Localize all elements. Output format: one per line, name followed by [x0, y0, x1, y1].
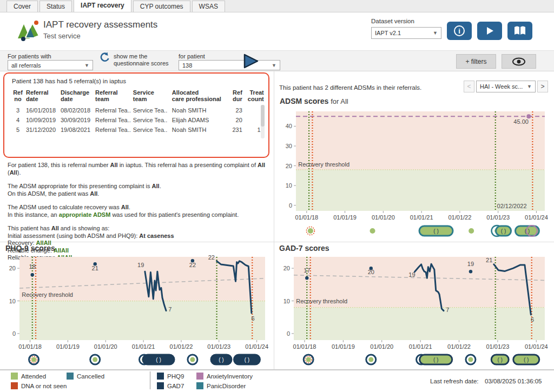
tab-wsas[interactable]: WSAS [192, 1, 225, 12]
eye-button[interactable] [502, 54, 536, 69]
svg-text:6: 6 [531, 316, 534, 323]
dataset-version-select[interactable]: IAPT v2.1 ▼ [371, 27, 441, 39]
referral-filter-select[interactable]: all referrals ▼ [8, 60, 93, 70]
table-cell: 1 [247, 115, 268, 125]
patient-select[interactable]: 138 ▼ [179, 60, 280, 70]
column-header[interactable]: Allocated care professional [171, 88, 229, 105]
svg-text:21: 21 [92, 265, 98, 271]
column-header[interactable]: Ref no [11, 88, 25, 105]
table-scrollbar-thumb[interactable] [261, 105, 265, 127]
adsm-prev-button[interactable]: < [464, 81, 474, 92]
svg-text:7: 7 [446, 307, 449, 313]
svg-text:20: 20 [368, 269, 374, 275]
tab-iapt-recovery[interactable]: IAPT recovery [74, 0, 131, 12]
legend-swatch [11, 382, 18, 389]
column-header[interactable]: Ref dur [229, 88, 247, 105]
svg-text:19: 19 [408, 271, 415, 278]
column-header[interactable]: Referral team [94, 88, 132, 105]
column-header[interactable]: Discharge date [60, 88, 94, 105]
svg-text:01/01/20: 01/01/20 [370, 343, 393, 350]
svg-text:22: 22 [208, 254, 215, 261]
header: IAPT recovery assessments Test service D… [0, 12, 554, 51]
svg-text:40: 40 [286, 123, 292, 129]
referral-filter-value: all referrals [11, 62, 41, 69]
iapt-dashboard: CoverStatusIAPT recoveryCYP outcomesWSAS… [0, 0, 554, 392]
table-cell: 12 [247, 125, 268, 135]
legend-label: Cancelled [77, 373, 104, 380]
svg-text:01/01/18: 01/01/18 [295, 214, 318, 221]
narrative-line: This patient has All and is showing as: [8, 225, 269, 232]
adsm-note: This patient has 2 different ADSMs in th… [279, 84, 421, 91]
column-header[interactable]: Treat count [247, 88, 268, 105]
column-header[interactable]: Referral date [25, 88, 60, 105]
svg-text:Recovery threshold: Recovery threshold [22, 291, 73, 298]
svg-text:0: 0 [287, 330, 290, 337]
adsm-select[interactable]: HAI - Week sc... ▼ [476, 81, 536, 92]
table-row[interactable]: 410/09/201930/09/2019Referral Tea..Servi… [11, 115, 268, 125]
info-button[interactable]: i [447, 22, 472, 40]
legend-swatch [196, 373, 203, 380]
legend-divider [150, 371, 150, 389]
svg-text:01/01/18: 01/01/18 [18, 343, 42, 350]
svg-text:10: 10 [286, 182, 292, 189]
legend-item-anxietyinventory: AnxietyInventory [196, 373, 253, 380]
legend-swatch [157, 373, 164, 380]
adsm-title-rest: for All [331, 97, 348, 105]
gad7-chart-title: GAD-7 scores [279, 244, 329, 253]
legend-label: AnxietyInventory [207, 373, 253, 380]
adsm-next-button[interactable]: > [537, 81, 548, 92]
reset-icon[interactable] [99, 52, 110, 63]
svg-text:01/01/19: 01/01/19 [332, 343, 355, 350]
column-divider [274, 71, 274, 369]
svg-text:( ): ( ) [219, 357, 223, 363]
narrative-line: The ADSM appropriate for this presenting… [8, 183, 269, 190]
narrative-line: Initial assessment (using both ADSM and … [8, 232, 269, 240]
chevron-down-icon: ▼ [84, 63, 89, 68]
svg-text:01/01/22: 01/01/22 [447, 343, 471, 350]
narrative-line: In this instance, an appropriate ADSM wa… [8, 211, 269, 219]
play-button[interactable] [477, 22, 502, 40]
svg-text:( ): ( ) [497, 357, 502, 363]
adsm-appointment-markers: ( )( )( ) [280, 222, 551, 240]
chevron-down-icon: ▼ [527, 84, 532, 89]
table-row[interactable]: 531/12/202019/08/2021Referral Tea..Servi… [11, 125, 268, 135]
legend-label: GAD7 [167, 383, 184, 389]
table-cell: Referral Tea.. [94, 115, 132, 125]
filters-button[interactable]: + filters [456, 54, 496, 69]
app-logo-icon [16, 19, 40, 42]
svg-text:10: 10 [9, 298, 16, 304]
svg-text:01/01/19: 01/01/19 [56, 343, 80, 350]
svg-text:01/01/18: 01/01/18 [293, 343, 316, 350]
svg-text:20: 20 [283, 265, 290, 271]
run-button[interactable] [242, 53, 260, 69]
svg-text:19: 19 [467, 261, 474, 267]
svg-text:21: 21 [486, 257, 492, 263]
svg-text:18: 18 [29, 263, 36, 270]
tab-status[interactable]: Status [39, 1, 72, 12]
svg-text:Recovery threshold: Recovery threshold [296, 298, 347, 304]
svg-text:22: 22 [189, 262, 196, 268]
legend-swatch [196, 382, 203, 389]
svg-text:20: 20 [286, 163, 292, 169]
legend-label: DNA or not seen [21, 383, 67, 389]
table-cell: Service Tea.. [132, 105, 171, 115]
gad7-appointment-markers: ( )( )( ) [278, 351, 551, 368]
tab-cover[interactable]: Cover [6, 1, 38, 12]
column-header[interactable]: Service team [132, 88, 171, 105]
svg-text:02/12/2022: 02/12/2022 [497, 203, 527, 209]
table-row[interactable]: 316/01/201808/02/2018Referral Tea..Servi… [11, 105, 268, 115]
svg-text:01/01/21: 01/01/21 [410, 214, 433, 221]
for-patient-label: for patient [179, 53, 205, 59]
referrals-panel-title: Patient 138 has had 5 referral(s) in iap… [12, 78, 126, 84]
guide-button[interactable] [507, 22, 532, 40]
table-cell: 10/09/2019 [25, 115, 60, 125]
svg-text:( ): ( ) [433, 228, 438, 234]
legend-item-dna-or-not-seen: DNA or not seen [11, 382, 67, 389]
svg-text:7: 7 [168, 306, 172, 313]
tab-cyp-outcomes[interactable]: CYP outcomes [133, 1, 190, 12]
for-patients-label: For patients with [8, 53, 51, 59]
svg-text:17: 17 [304, 267, 310, 274]
page-subtitle: Test service [43, 32, 81, 40]
chevron-down-icon: ▼ [272, 63, 276, 68]
table-cell: 20 [229, 115, 247, 125]
